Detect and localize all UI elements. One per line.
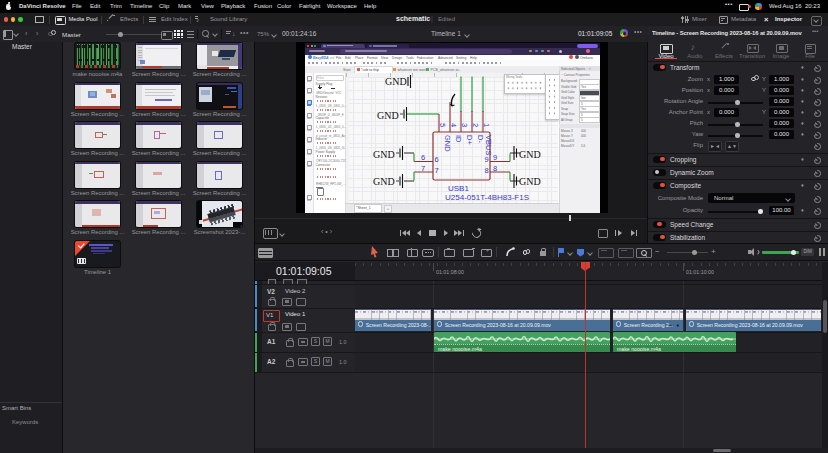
svg-text:GND: GND bbox=[519, 176, 541, 187]
svg-text:2: 2 bbox=[471, 123, 480, 127]
svg-text:GND: GND bbox=[373, 149, 395, 160]
svg-text:7: 7 bbox=[421, 164, 425, 173]
svg-text:5: 5 bbox=[438, 123, 447, 127]
svg-text:6: 6 bbox=[421, 153, 425, 162]
svg-text:GND: GND bbox=[377, 110, 399, 121]
svg-text:ID: ID bbox=[454, 135, 463, 143]
svg-text:GND: GND bbox=[443, 135, 452, 152]
svg-text:GND: GND bbox=[373, 176, 395, 187]
svg-text:4: 4 bbox=[449, 123, 458, 127]
svg-text:1: 1 bbox=[482, 123, 491, 127]
svg-text:U254-051T-4BH83-F1S: U254-051T-4BH83-F1S bbox=[445, 193, 529, 202]
svg-text:8: 8 bbox=[485, 166, 489, 175]
svg-text:8: 8 bbox=[493, 164, 497, 173]
svg-text:GND: GND bbox=[385, 76, 407, 87]
svg-text:9: 9 bbox=[485, 155, 489, 164]
svg-text:6: 6 bbox=[435, 155, 439, 164]
svg-text:7: 7 bbox=[435, 166, 439, 175]
svg-text:VBUS: VBUS bbox=[484, 135, 493, 155]
svg-text:9: 9 bbox=[493, 153, 497, 162]
svg-text:USB1: USB1 bbox=[448, 184, 469, 193]
svg-text:D+: D+ bbox=[465, 135, 474, 145]
svg-text:D-: D- bbox=[476, 135, 485, 143]
svg-text:3: 3 bbox=[460, 123, 469, 127]
svg-text:GND: GND bbox=[519, 149, 541, 160]
